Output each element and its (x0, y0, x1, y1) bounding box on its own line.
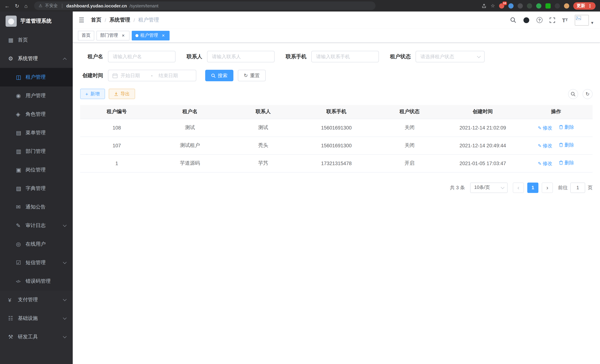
export-button[interactable]: 导出 (109, 89, 135, 99)
sidebar-item-payment[interactable]: ¥ 支付管理 (0, 290, 73, 309)
tab-dept[interactable]: 部门管理 × (96, 31, 130, 40)
sidebar-item-role[interactable]: ◈ 角色管理 (0, 105, 73, 123)
edit-button[interactable]: ✎修改 (538, 143, 552, 149)
user-menu[interactable]: ▼ (575, 15, 594, 25)
caret-down-icon: ▼ (590, 21, 594, 25)
filter-tenant-name: 租户名 (80, 51, 176, 62)
add-button-label: 新增 (90, 92, 100, 96)
browser-update-button[interactable]: 更新 ⋮ (573, 2, 596, 9)
fullscreen-icon[interactable] (550, 17, 555, 23)
edit-icon: ✎ (538, 126, 542, 131)
next-page-button[interactable]: › (542, 182, 553, 193)
breadcrumb: 首页 / 系统管理 / 租户管理 (91, 17, 159, 23)
font-size-icon[interactable]: TT (562, 17, 568, 23)
refresh-table-icon[interactable]: ↻ (582, 89, 593, 99)
extension-icon-3[interactable] (518, 3, 523, 8)
edit-button[interactable]: ✎修改 (538, 125, 552, 131)
trash-icon (559, 125, 563, 130)
search-icon[interactable] (510, 17, 516, 23)
edit-button[interactable]: ✎修改 (538, 160, 552, 167)
sidebar-item-label: 在线用户 (26, 241, 46, 247)
phone-input[interactable] (311, 51, 379, 62)
browser-menu-icon[interactable]: ⋮ (588, 3, 592, 8)
sidebar-item-label: 角色管理 (26, 111, 46, 118)
profile-avatar-icon[interactable] (564, 3, 569, 8)
prev-page-button[interactable]: ‹ (513, 182, 524, 193)
sidebar-item-label: 研发工具 (18, 334, 38, 340)
tab-tenant[interactable]: 租户管理 × (132, 31, 169, 40)
sidebar-item-label: 租户管理 (26, 74, 46, 81)
chevron-up-icon (63, 57, 67, 61)
filter-phone: 联系手机 (286, 51, 379, 62)
url-path: /system/tenant (130, 3, 159, 8)
sidebar-item-user[interactable]: ◉ 用户管理 (0, 86, 73, 105)
bookmark-star-icon[interactable]: ☆ (491, 3, 495, 9)
extension-icon-2[interactable] (508, 3, 514, 8)
address-bar[interactable]: ⚠ 不安全 dashboard.yudao.iocoder.cn/system/… (34, 1, 375, 10)
reset-button[interactable]: ↻ 重置 (238, 70, 266, 81)
contact-input[interactable] (207, 51, 275, 62)
refresh-icon: ↻ (244, 73, 248, 78)
yen-icon: ¥ (8, 297, 18, 303)
security-label: 不安全 (45, 3, 58, 9)
cell-name: 测试 (153, 119, 227, 137)
close-icon[interactable]: × (121, 33, 126, 38)
sidebar-item-menu[interactable]: ▤ 菜单管理 (0, 123, 73, 142)
breadcrumb-home[interactable]: 首页 (91, 17, 102, 23)
delete-button[interactable]: 删除 (559, 124, 574, 131)
sidebar-item-tenant[interactable]: ◫ 租户管理 (0, 68, 73, 86)
extension-icon-5[interactable] (536, 3, 541, 8)
page-number-1[interactable]: 1 (527, 182, 538, 193)
help-icon[interactable]: ? (536, 17, 543, 23)
date-range-picker[interactable]: 开始日期 - 结束日期 (108, 70, 196, 81)
tenant-name-input[interactable] (108, 51, 176, 62)
extension-icon-7[interactable] (555, 3, 560, 8)
share-icon[interactable] (482, 3, 487, 8)
sidebar-item-dept[interactable]: ▥ 部门管理 (0, 142, 73, 161)
status-select[interactable]: 请选择租户状态 (416, 51, 485, 62)
sidebar-collapse-icon[interactable]: ☰ (79, 16, 84, 24)
close-icon[interactable]: × (161, 33, 166, 38)
sidebar-item-system[interactable]: ⚙ 系统管理 (0, 49, 73, 68)
code-icon: </> (16, 279, 26, 283)
col-phone: 联系手机 (300, 105, 373, 119)
search-button[interactable]: 搜索 (205, 70, 233, 81)
filter-contact: 联系人 (187, 51, 275, 62)
github-icon[interactable] (523, 17, 529, 23)
sidebar-item-infra[interactable]: ☷ 基础设施 (0, 309, 73, 328)
sidebar-item-label: 错误码管理 (26, 278, 51, 285)
avatar[interactable] (575, 15, 589, 25)
sidebar-item-online-user[interactable]: ◎ 在线用户 (0, 235, 73, 253)
breadcrumb-system[interactable]: 系统管理 (110, 17, 130, 23)
extension-icon-1[interactable]: 10 (499, 3, 504, 8)
add-button[interactable]: + 新增 (80, 89, 105, 99)
goto-page-input[interactable] (570, 182, 585, 193)
sidebar-item-post[interactable]: ▣ 岗位管理 (0, 161, 73, 179)
delete-button[interactable]: 删除 (559, 142, 574, 149)
reload-icon[interactable]: ↻ (15, 3, 19, 8)
sidebar-item-label: 菜单管理 (26, 130, 46, 136)
sidebar-item-dev-tools[interactable]: ⚒ 研发工具 (0, 328, 73, 346)
cell-actions: ✎修改 删除 (519, 154, 593, 172)
sidebar-item-error-code[interactable]: </> 错误码管理 (0, 272, 73, 290)
cell-contact: 秃头 (226, 137, 300, 154)
end-date-placeholder[interactable]: 结束日期 (159, 72, 186, 79)
sidebar-item-dict[interactable]: ▧ 字典管理 (0, 179, 73, 198)
sidebar-item-sms[interactable]: ☑ 短信管理 (0, 253, 73, 272)
sidebar-item-home[interactable]: ▦ 首页 (0, 31, 73, 49)
tab-home[interactable]: 首页 (78, 31, 94, 40)
sidebar-item-audit-log[interactable]: ✎ 审计日志 (0, 216, 73, 235)
home-icon[interactable]: ⌂ (24, 3, 28, 8)
back-icon[interactable]: ← (4, 3, 10, 8)
breadcrumb-separator: / (134, 17, 135, 23)
page-size-select[interactable]: 10条/页 (470, 182, 508, 193)
col-created: 创建时间 (446, 105, 519, 119)
table-tools: ↻ (568, 89, 593, 99)
extension-icon-6[interactable] (545, 3, 551, 8)
active-dot-icon (135, 34, 138, 37)
extension-icon-4[interactable] (527, 3, 532, 8)
sidebar-item-notice[interactable]: ✉ 通知公告 (0, 198, 73, 216)
toggle-search-icon[interactable] (568, 89, 578, 99)
start-date-placeholder[interactable]: 开始日期 (121, 72, 148, 79)
delete-button[interactable]: 删除 (559, 159, 574, 166)
